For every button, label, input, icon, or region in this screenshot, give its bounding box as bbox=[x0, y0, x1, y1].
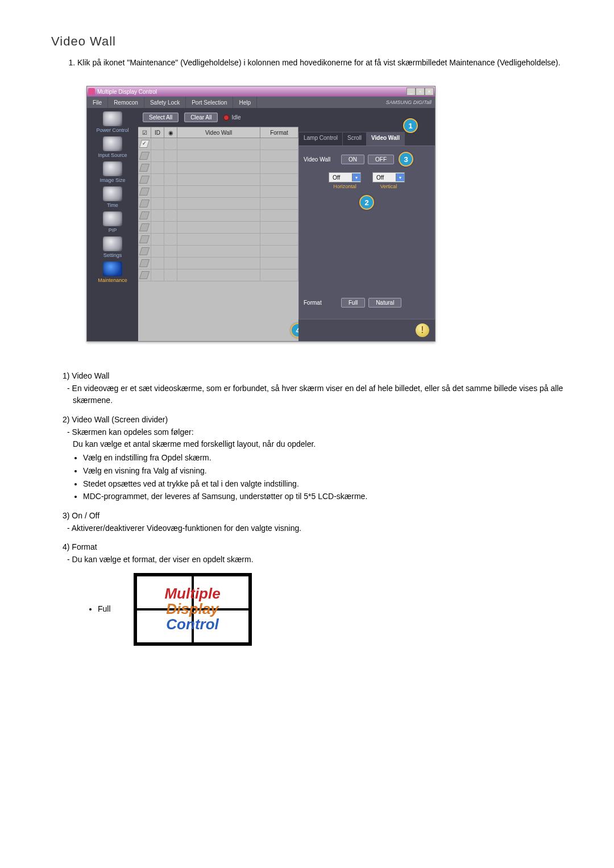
row-checkbox[interactable] bbox=[139, 223, 150, 231]
page-heading: Video Wall bbox=[51, 34, 574, 49]
row-checkbox[interactable] bbox=[139, 188, 150, 196]
status-badge: Idle bbox=[223, 114, 240, 121]
panel-label-video-wall: Video Wall bbox=[304, 156, 338, 163]
sidebar: Power Control Input Source Image Size Ti… bbox=[87, 108, 138, 341]
col-format: Format bbox=[260, 127, 298, 138]
full-button[interactable]: Full bbox=[341, 298, 365, 308]
sidebar-item-label: Settings bbox=[87, 252, 138, 258]
alert-icon: ! bbox=[416, 323, 429, 337]
natural-button[interactable]: Natural bbox=[368, 298, 401, 308]
power-icon bbox=[103, 111, 122, 126]
row-checkbox[interactable] bbox=[139, 211, 150, 219]
chevron-down-icon: ▾ bbox=[396, 173, 404, 181]
callout-1: 1 bbox=[403, 118, 418, 133]
row-checkbox[interactable] bbox=[139, 152, 150, 160]
format-full-figure: Multiple Display Control bbox=[134, 573, 252, 646]
col-status: ◉ bbox=[164, 127, 177, 138]
intro-item: Klik på ikonet "Maintenance" (Vedligehol… bbox=[77, 57, 574, 69]
callout-3: 3 bbox=[399, 152, 413, 167]
menu-help[interactable]: Help bbox=[233, 97, 257, 108]
menu-file[interactable]: File bbox=[87, 97, 108, 108]
vertical-select[interactable]: Off ▾ bbox=[372, 172, 405, 182]
desc-2-bullet: Vælg en indstilling fra Opdel skærm. bbox=[83, 452, 574, 464]
grid-body: 4 bbox=[138, 138, 298, 341]
row-checkbox[interactable] bbox=[139, 200, 150, 207]
tab-scroll[interactable]: Scroll bbox=[342, 132, 367, 146]
desc-1-body: En videovæg er et sæt videoskærme, som e… bbox=[63, 383, 574, 407]
sidebar-item-maintenance[interactable]: Maintenance bbox=[87, 261, 138, 283]
tab-lamp-control[interactable]: Lamp Control bbox=[298, 132, 343, 146]
label-vertical: Vertical bbox=[372, 184, 405, 189]
desc-3-body: Aktiverer/deaktiverer Videovæg-funktione… bbox=[63, 522, 574, 535]
desc-1-heading: 1) Video Wall bbox=[63, 370, 574, 383]
table-row[interactable] bbox=[138, 138, 298, 150]
settings-icon bbox=[103, 236, 122, 251]
video-wall-panel: Video Wall ON OFF 3 Off ▾ Horiz bbox=[298, 146, 435, 319]
app-icon bbox=[88, 88, 95, 95]
restore-icon[interactable]: ▫ bbox=[416, 88, 425, 95]
row-checkbox[interactable] bbox=[139, 140, 150, 148]
table-row[interactable] bbox=[138, 269, 298, 281]
desc-4-body: Du kan vælge et format, der viser en opd… bbox=[63, 554, 574, 566]
menu-remocon[interactable]: Remocon bbox=[108, 97, 144, 108]
row-checkbox[interactable] bbox=[139, 235, 150, 243]
right-tabs: Lamp Control Scroll Video Wall bbox=[298, 132, 435, 146]
desc-3-heading: 3) On / Off bbox=[63, 510, 574, 522]
row-checkbox[interactable] bbox=[139, 164, 150, 172]
pip-icon bbox=[103, 211, 122, 226]
table-row[interactable] bbox=[138, 222, 298, 234]
horizontal-select[interactable]: Off ▾ bbox=[329, 172, 361, 182]
clear-all-button[interactable]: Clear All bbox=[184, 113, 218, 122]
col-checkbox: ☑ bbox=[138, 127, 151, 138]
table-row[interactable] bbox=[138, 258, 298, 269]
col-id: ID bbox=[151, 127, 164, 138]
table-row[interactable] bbox=[138, 246, 298, 258]
tab-video-wall[interactable]: Video Wall bbox=[366, 132, 405, 146]
format-full-label: Full bbox=[98, 603, 111, 616]
brand-logo: SAMSUNG DIGITall bbox=[383, 99, 435, 105]
on-button[interactable]: ON bbox=[341, 155, 364, 164]
sidebar-item-label: Input Source bbox=[87, 152, 138, 158]
desc-2-heading: 2) Video Wall (Screen divider) bbox=[63, 414, 574, 426]
desc-2-bullet: Vælg en visning fra Valg af visning. bbox=[83, 465, 574, 477]
select-all-button[interactable]: Select All bbox=[143, 113, 179, 122]
menu-port-selection[interactable]: Port Selection bbox=[186, 97, 233, 108]
sidebar-item-input-source[interactable]: Input Source bbox=[87, 136, 138, 158]
table-row[interactable] bbox=[138, 186, 298, 198]
panel-label-format: Format bbox=[304, 300, 338, 306]
app-screenshot: Multiple Display Control _ ▫ × File Remo… bbox=[86, 86, 574, 342]
sidebar-item-settings[interactable]: Settings bbox=[87, 236, 138, 258]
input-icon bbox=[103, 136, 122, 151]
callout-2: 2 bbox=[359, 195, 374, 210]
sidebar-item-power-control[interactable]: Power Control bbox=[87, 111, 138, 133]
grid-header: ☑ ID ◉ Video Wall Format bbox=[138, 127, 298, 138]
table-row[interactable] bbox=[138, 234, 298, 246]
table-row[interactable] bbox=[138, 150, 298, 162]
table-row[interactable] bbox=[138, 174, 298, 186]
maintenance-icon bbox=[103, 261, 122, 276]
table-row[interactable] bbox=[138, 162, 298, 174]
desc-2-line-a: Skærmen kan opdeles som følger: bbox=[63, 426, 574, 439]
sidebar-item-pip[interactable]: PIP bbox=[87, 211, 138, 233]
sidebar-item-time[interactable]: Time bbox=[87, 186, 138, 208]
off-button[interactable]: OFF bbox=[368, 155, 394, 164]
table-row[interactable] bbox=[138, 210, 298, 222]
figure-text: Control bbox=[166, 617, 218, 632]
table-row[interactable] bbox=[138, 198, 298, 210]
row-checkbox[interactable] bbox=[139, 176, 150, 184]
desc-4-heading: 4) Format bbox=[63, 541, 574, 554]
menu-bar: File Remocon Safety Lock Port Selection … bbox=[87, 97, 435, 108]
row-checkbox[interactable] bbox=[139, 247, 150, 255]
row-checkbox[interactable] bbox=[139, 259, 150, 267]
row-checkbox[interactable] bbox=[139, 271, 150, 279]
menu-safety-lock[interactable]: Safety Lock bbox=[144, 97, 186, 108]
minimize-icon[interactable]: _ bbox=[406, 88, 416, 95]
desc-2-bullet: Stedet opsættes ved at trykke på et tal … bbox=[83, 478, 574, 491]
close-icon[interactable]: × bbox=[425, 88, 434, 95]
status-text: Idle bbox=[231, 114, 240, 121]
sidebar-item-image-size[interactable]: Image Size bbox=[87, 161, 138, 183]
figure-text: Multiple bbox=[164, 586, 220, 601]
col-video-wall: Video Wall bbox=[177, 127, 260, 138]
status-dot-icon bbox=[223, 115, 229, 121]
chevron-down-icon: ▾ bbox=[352, 173, 360, 181]
